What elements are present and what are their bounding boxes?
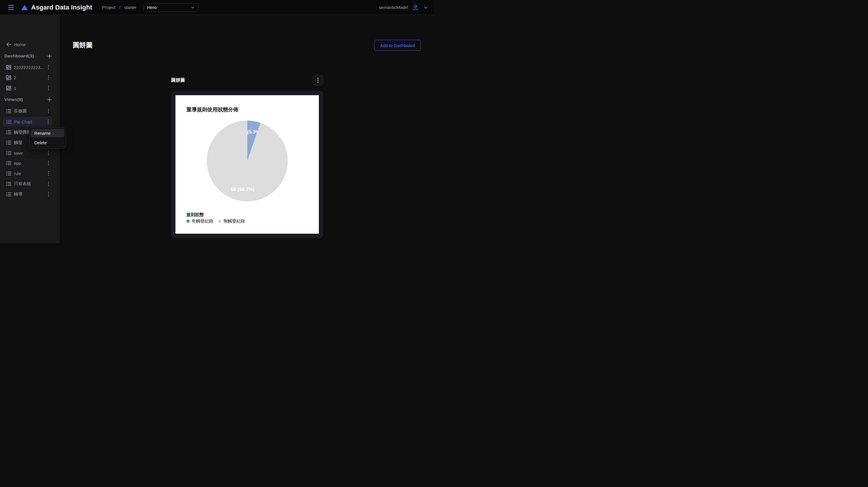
dashboard-grid-icon (6, 86, 11, 91)
view-item-label: Pie Chart (14, 120, 46, 124)
pie-chart-canvas: 1 (5.3%)18 (94.7%) 重導規則使用狀態分佈 規則狀態 有觸發紀錄… (176, 95, 319, 234)
list-icon (6, 161, 11, 165)
chart-legend: 有觸發紀錄 無觸發紀錄 (186, 218, 245, 224)
sidebar-item-view-selected[interactable]: Pie Chart (3, 117, 52, 126)
chart-menu-button[interactable] (313, 75, 323, 86)
main-content: 圓餅圖 Add to Dashboard 圓餅圖 1 (5.3%)18 (94.… (59, 15, 434, 243)
list-icon (6, 171, 11, 176)
app-logo-triangle-icon (21, 5, 28, 10)
dashboard-item-label: 22222222222... (14, 65, 46, 70)
dashboard-section-title: Dashboard(3) (4, 53, 34, 59)
kebab-menu-icon[interactable] (48, 182, 49, 186)
list-icon (6, 130, 11, 134)
chart-title: 重導規則使用狀態分佈 (186, 106, 238, 113)
sidebar-item-dashboard[interactable]: 2 (3, 73, 52, 82)
view-item-label: 長條圖 (14, 108, 46, 114)
dashboard-section-header: Dashboard(3) (4, 51, 52, 61)
semantic-model-label: semanticModel (379, 5, 408, 10)
sidebar-home-label: Home (14, 42, 26, 47)
top-header: Asgard Data Insight Project / starter He… (0, 0, 434, 15)
sidebar-item-view[interactable]: 轉導 (3, 190, 52, 199)
sidebar-item-view[interactable]: 長條圖 (3, 106, 52, 116)
kebab-menu-icon[interactable] (48, 192, 49, 196)
page-title: 圓餅圖 (73, 41, 93, 50)
legend-item: 無觸發紀錄 (218, 218, 245, 224)
breadcrumb-project-name[interactable]: starter (124, 5, 136, 10)
dashboard-item-label: 1 (14, 86, 46, 91)
sidebar-item-view[interactable]: 只有表格 (3, 179, 52, 188)
kebab-menu-icon[interactable] (48, 109, 49, 113)
kebab-menu-icon[interactable] (48, 86, 49, 90)
list-icon (6, 192, 11, 196)
legend-title: 規則狀態 (186, 212, 204, 218)
user-avatar-icon[interactable] (412, 4, 419, 11)
legend-dot-blue (186, 220, 190, 223)
kebab-menu-icon[interactable] (48, 65, 49, 69)
hamburger-menu-icon[interactable] (8, 5, 14, 10)
breadcrumb-project[interactable]: Project (102, 5, 116, 10)
chart-card: 1 (5.3%)18 (94.7%) 重導規則使用狀態分佈 規則狀態 有觸發紀錄… (171, 91, 323, 238)
list-icon (6, 182, 11, 186)
dashboard-grid-icon (6, 65, 11, 70)
dashboard-item-label: 2 (14, 75, 46, 80)
app-title: Asgard Data Insight (31, 4, 92, 11)
environment-select[interactable]: Hero (144, 3, 198, 12)
views-section-title: Views(9) (4, 97, 23, 102)
sidebar-home-button[interactable]: Home (3, 40, 52, 49)
environment-select-value: Hero (147, 5, 157, 10)
kebab-menu-icon[interactable] (48, 171, 49, 176)
legend-item: 有觸發紀錄 (186, 218, 213, 224)
kebab-menu-icon[interactable] (48, 161, 49, 165)
legend-dot-gray (218, 220, 221, 223)
dashboard-grid-icon (6, 75, 11, 80)
context-menu-rename[interactable]: Rename (31, 129, 64, 137)
view-context-menu: Rename Delete (29, 127, 66, 149)
legend-label: 無觸發紀錄 (223, 218, 245, 224)
legend-label: 有觸發紀錄 (192, 218, 213, 224)
views-section-header: Views(9) (4, 95, 52, 104)
sidebar: Home Dashboard(3) 22222222222... 2 (0, 15, 59, 243)
context-menu-delete[interactable]: Delete (31, 138, 64, 147)
sidebar-item-view[interactable]: rule (3, 169, 52, 178)
add-to-dashboard-button[interactable]: Add to Dashboard (374, 40, 421, 51)
chart-section-title: 圓餅圖 (171, 77, 185, 84)
sidebar-item-view[interactable]: save (3, 148, 52, 158)
add-dashboard-plus-icon[interactable] (47, 54, 52, 59)
view-item-label: rule (14, 171, 46, 176)
view-item-label: 轉導 (14, 192, 46, 197)
sidebar-item-dashboard[interactable]: 1 (3, 84, 52, 93)
chevron-down-icon (191, 5, 195, 9)
view-item-label: save (14, 151, 46, 156)
arrow-left-icon (6, 42, 11, 47)
chart-section: 圓餅圖 1 (5.3%)18 (94.7%) 重導規則使用狀態分佈 規則狀態 有… (171, 75, 323, 238)
list-icon (6, 120, 11, 124)
pie-slice-label: 18 (94.7%) (230, 187, 254, 192)
breadcrumb-separator: / (119, 5, 120, 10)
user-menu-chevron-down-icon[interactable] (423, 5, 428, 10)
add-view-plus-icon[interactable] (47, 97, 52, 102)
view-item-label: 只有表格 (14, 181, 46, 187)
list-icon (6, 109, 11, 113)
breadcrumb: Project / starter (102, 5, 136, 10)
sidebar-item-view[interactable]: app (3, 158, 52, 168)
view-item-label: app (14, 161, 46, 166)
kebab-menu-icon[interactable] (48, 151, 49, 155)
kebab-menu-icon[interactable] (48, 120, 49, 124)
kebab-menu-icon[interactable] (48, 75, 49, 80)
list-icon (6, 140, 11, 145)
sidebar-item-dashboard[interactable]: 22222222222... (3, 63, 52, 72)
list-icon (6, 151, 11, 155)
